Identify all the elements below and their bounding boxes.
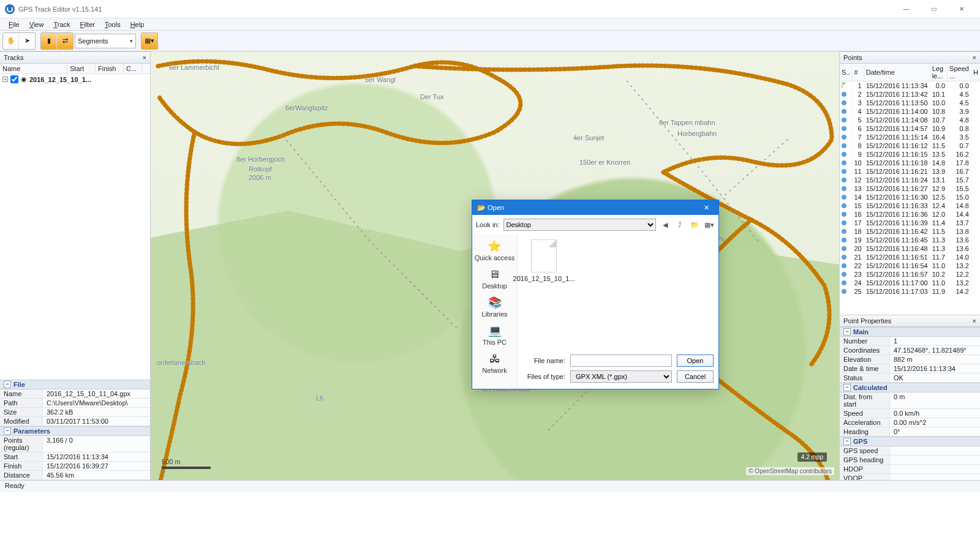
- tracks-col[interactable]: Start: [67, 64, 96, 73]
- tool-select-mode-b[interactable]: ⇄: [57, 33, 73, 49]
- tracks-row[interactable]: + ◉ 2016_12_15_10_1...: [0, 74, 150, 84]
- tracks-list[interactable]: + ◉ 2016_12_15_10_1...: [0, 74, 150, 380]
- pointprops-close[interactable]: ×: [973, 317, 976, 325]
- filename-input[interactable]: [570, 355, 672, 367]
- point-leg: 11.5: [930, 227, 947, 236]
- points-row[interactable]: 815/12/2016 11:16:1211.50.7: [840, 141, 980, 150]
- window-minimize[interactable]: —: [892, 1, 920, 18]
- menu-file[interactable]: File: [4, 20, 24, 29]
- tracks-panel-close[interactable]: ×: [143, 54, 146, 61]
- open-button[interactable]: Open: [677, 355, 714, 367]
- points-row[interactable]: 2515/12/2016 11:17:0311.914.2: [840, 287, 980, 296]
- points-row[interactable]: 415/12/2016 11:14:0010.83.9: [840, 107, 980, 116]
- dialog-close[interactable]: ✕: [699, 201, 714, 214]
- points-col[interactable]: Leg le...: [930, 64, 947, 81]
- lookin-select[interactable]: Desktop: [503, 219, 656, 231]
- file-row: Size362.2 kB: [0, 408, 150, 417]
- tracks-col[interactable]: Name: [0, 64, 67, 73]
- points-row[interactable]: 915/12/2016 11:16:1513.516.2: [840, 150, 980, 159]
- filetypes-select[interactable]: GPX XML (*.gpx): [570, 370, 672, 383]
- nav-back-icon[interactable]: ◀: [660, 219, 671, 230]
- points-row[interactable]: 2015/12/2016 11:16:4811.313.6: [840, 244, 980, 253]
- points-panel-title: Points: [843, 54, 862, 61]
- points-col[interactable]: #: [852, 64, 864, 81]
- dialog-titlebar[interactable]: 📂 Open ✕: [472, 200, 718, 215]
- points-panel-close[interactable]: ×: [973, 54, 976, 61]
- tool-view-mode[interactable]: ▦▾: [141, 33, 157, 49]
- point-datetime: 15/12/2016 11:16:45: [864, 236, 930, 244]
- points-col[interactable]: Date/time: [864, 64, 930, 81]
- point-leg: 11.7: [930, 253, 947, 261]
- points-row[interactable]: 615/12/2016 11:14:5710.90.8: [840, 124, 980, 133]
- points-table-scroll[interactable]: S..#Date/timeLeg le...Speed ...H 115/12/…: [840, 64, 980, 315]
- new-folder-icon[interactable]: 📁: [689, 219, 700, 230]
- menu-help[interactable]: Help: [126, 20, 149, 29]
- points-row[interactable]: 1615/12/2016 11:16:3612.014.4: [840, 210, 980, 219]
- window-close[interactable]: ✕: [948, 1, 975, 18]
- point-speed: 13.6: [948, 236, 971, 244]
- points-row[interactable]: 215/12/2016 11:13:4210.14.5: [840, 90, 980, 99]
- points-col[interactable]: Speed ...: [948, 64, 971, 81]
- tool-hand[interactable]: ✋: [3, 33, 19, 49]
- place-quick-access[interactable]: ⭐Quick access: [475, 239, 514, 261]
- dialog-file-list[interactable]: 2016_12_15_10_1...: [518, 235, 718, 351]
- points-row[interactable]: 1015/12/2016 11:16:1814.817.8: [840, 159, 980, 167]
- tracks-col[interactable]: Finish: [96, 64, 124, 73]
- points-row[interactable]: 2415/12/2016 11:17:0011.013.2: [840, 279, 980, 287]
- tree-expand-icon[interactable]: +: [2, 77, 8, 82]
- points-row[interactable]: 315/12/2016 11:13:5010.04.5: [840, 99, 980, 107]
- file-item[interactable]: 2016_12_15_10_1...: [522, 239, 565, 282]
- map-viewport[interactable]: 6er Lammerbichl6erWanglspitz6er WanglDer…: [151, 51, 839, 480]
- points-row[interactable]: 115/12/2016 11:13:340.00.0: [840, 81, 980, 90]
- points-row[interactable]: 2315/12/2016 11:16:5710.212.2: [840, 270, 980, 279]
- place-libraries[interactable]: 📚Libraries: [481, 296, 507, 318]
- file-section-header[interactable]: File: [0, 380, 150, 389]
- nav-up-icon[interactable]: ⤴: [674, 219, 685, 230]
- toolbar-segments-label: Segments: [78, 37, 108, 45]
- points-row[interactable]: 1415/12/2016 11:16:3012.515.0: [840, 193, 980, 201]
- point-status-icon: [840, 167, 852, 176]
- place-this-pc[interactable]: 💻This PC: [483, 324, 507, 346]
- points-row[interactable]: 1315/12/2016 11:16:2712.915.5: [840, 184, 980, 193]
- points-row[interactable]: 1115/12/2016 11:16:2113.916.7: [840, 167, 980, 176]
- pointprops-body[interactable]: MainNumber1Coordinates47.152468°, 11.821…: [840, 327, 980, 480]
- pp-section-calculated[interactable]: Calculated: [840, 383, 980, 392]
- point-speed: 15.7: [948, 176, 971, 184]
- pp-section-gps[interactable]: GPS: [840, 437, 980, 446]
- status-bar: Ready: [0, 480, 980, 492]
- points-row[interactable]: 1715/12/2016 11:16:3911.413.7: [840, 219, 980, 227]
- track-visible-checkbox[interactable]: [10, 75, 18, 83]
- point-datetime: 15/12/2016 11:16:42: [864, 227, 930, 236]
- menu-tools[interactable]: Tools: [100, 20, 126, 29]
- point-status-icon: [840, 219, 852, 227]
- toolbar-segments-select[interactable]: Segments: [75, 34, 136, 48]
- points-row[interactable]: 1915/12/2016 11:16:4511.313.6: [840, 236, 980, 244]
- points-row[interactable]: 515/12/2016 11:14:0810.74.8: [840, 116, 980, 124]
- points-row[interactable]: 1215/12/2016 11:16:2413.115.7: [840, 176, 980, 184]
- window-maximize[interactable]: ▭: [920, 1, 948, 18]
- pp-key: VDOP: [840, 474, 890, 480]
- points-row[interactable]: 715/12/2016 11:15:1416.43.5: [840, 133, 980, 141]
- menu-view[interactable]: View: [24, 20, 49, 29]
- menu-filter[interactable]: Filter: [75, 20, 100, 29]
- points-row[interactable]: 2215/12/2016 11:16:5411.013.2: [840, 261, 980, 270]
- pp-key: Heading: [840, 427, 890, 436]
- points-row[interactable]: 2115/12/2016 11:16:5111.714.0: [840, 253, 980, 261]
- place-network[interactable]: 🖧Network: [482, 352, 507, 374]
- tool-pointer[interactable]: ➤: [19, 33, 35, 49]
- points-col[interactable]: H: [971, 64, 980, 81]
- points-row[interactable]: 1815/12/2016 11:16:4211.513.8: [840, 227, 980, 236]
- place-desktop[interactable]: 🖥Desktop: [482, 268, 507, 290]
- point-h: [971, 244, 980, 253]
- view-menu-icon[interactable]: ▦▾: [704, 219, 715, 230]
- menu-track[interactable]: Track: [48, 20, 75, 29]
- params-section-header[interactable]: Parameters: [0, 426, 150, 436]
- points-col[interactable]: S..: [840, 64, 852, 81]
- pp-key: Status: [840, 373, 890, 382]
- pp-section-main[interactable]: Main: [840, 327, 980, 337]
- place-label: Desktop: [482, 282, 507, 290]
- tool-select-mode-a[interactable]: ▮: [41, 33, 57, 49]
- points-row[interactable]: 1515/12/2016 11:16:3312.414.8: [840, 201, 980, 210]
- tracks-col[interactable]: C...: [124, 64, 142, 73]
- cancel-button[interactable]: Cancel: [677, 370, 714, 383]
